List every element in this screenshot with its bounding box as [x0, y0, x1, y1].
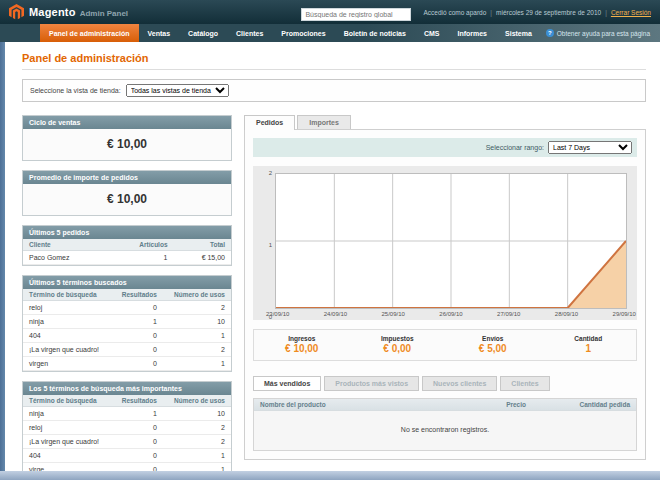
tab-pedidos[interactable]: Pedidos: [244, 115, 295, 130]
average-orders-value: € 10,00: [23, 184, 231, 215]
y-tick-label: 2: [269, 170, 272, 176]
stat-cell: Ingresos€ 10,00: [254, 335, 350, 354]
table-row[interactable]: 40401: [23, 329, 231, 343]
y-tick-label: 1: [269, 242, 272, 248]
stat-cell: Impuestos€ 0,00: [350, 335, 446, 354]
box-title: Los 5 términos de búsqueda más important…: [23, 382, 231, 395]
top-search-terms-table: Término de búsquedaResultadosNúmero de u…: [23, 395, 231, 477]
stat-value: € 10,00: [254, 343, 350, 354]
help-link[interactable]: ? Obtener ayuda para esta página: [546, 24, 660, 42]
global-search: [301, 3, 411, 21]
nav-item[interactable]: Panel de administración: [40, 24, 139, 42]
logout-link[interactable]: Cerrar Sesión: [611, 9, 651, 16]
bottom-tabs: Más vendidosProductos más vistosNuevos c…: [253, 376, 637, 391]
store-view-select[interactable]: Todas las vistas de tienda: [126, 84, 229, 97]
lifetime-sales-value: € 10,00: [23, 129, 231, 160]
nav-item[interactable]: Informes: [448, 24, 496, 42]
tab-productos-más-vistos[interactable]: Productos más vistos: [324, 376, 419, 391]
nav-item[interactable]: Promociones: [272, 24, 334, 42]
stat-value: € 5,00: [445, 343, 541, 354]
nav-item[interactable]: Boletín de noticias: [335, 24, 415, 42]
chart-plot-area: [275, 173, 627, 309]
x-tick-label: 26/09/10: [439, 311, 462, 317]
range-label: Seleccionar rango:: [486, 144, 544, 151]
stat-label: Cantidad: [541, 335, 637, 342]
column-header: Cliente: [23, 239, 108, 251]
logged-in-as: Accedió como apardo: [423, 9, 486, 16]
nav-item[interactable]: CMS: [415, 24, 449, 42]
table-row[interactable]: ninja110: [23, 407, 231, 421]
stat-label: Ingresos: [254, 335, 350, 342]
tab-clientes[interactable]: Clientes: [500, 376, 549, 391]
stat-label: Envíos: [445, 335, 541, 342]
box-title: Últimos 5 pedidos: [23, 226, 231, 239]
column-header: Número de usos: [163, 395, 231, 407]
column-header: Total: [174, 239, 231, 251]
empty-records-message: No se encontraron registros.: [254, 411, 636, 450]
column-header: Resultados: [112, 289, 163, 301]
window-bottom-edge: [0, 471, 660, 480]
global-search-input[interactable]: [301, 8, 411, 21]
column-header: Número de usos: [163, 289, 231, 301]
nav-items: Panel de administraciónVentasCatálogoCli…: [40, 24, 541, 42]
nav-item[interactable]: Ventas: [139, 24, 180, 42]
store-view-label: Seleccione la vista de tienda:: [30, 87, 121, 94]
nav-item[interactable]: Sistema: [496, 24, 541, 42]
table-row[interactable]: 40401: [23, 449, 231, 463]
stat-label: Impuestos: [350, 335, 446, 342]
tab-más-vendidos[interactable]: Más vendidos: [253, 376, 321, 391]
logo-subtext: Admin Panel: [80, 9, 128, 18]
stat-value: € 0,00: [350, 343, 446, 354]
dashboard-panel: PedidosImportes Seleccionar rango: Last …: [244, 115, 646, 460]
help-label: Obtener ayuda para esta página: [557, 30, 650, 37]
orders-chart: 210 23/09/1024/09/1025/09/1026/09/1027/0…: [253, 166, 637, 320]
box-title: Últimos 5 términos buscados: [23, 276, 231, 289]
page-title: Panel de administración: [22, 52, 646, 64]
chart-y-axis-labels: 210: [260, 170, 272, 320]
store-view-selector: Seleccione la vista de tienda: Todas las…: [22, 79, 646, 102]
table-row[interactable]: reloj02: [23, 421, 231, 435]
main-nav-bar: Panel de administraciónVentasCatálogoCli…: [0, 24, 660, 42]
tab-nuevos-clientes[interactable]: Nuevos clientes: [422, 376, 497, 391]
table-row[interactable]: ¡La virgen que cuadro!02: [23, 343, 231, 357]
last-search-terms-box: Últimos 5 términos buscados Término de b…: [22, 275, 232, 372]
column-header: Precio: [444, 399, 532, 411]
x-tick-label: 25/09/10: [382, 311, 405, 317]
header-links: Accedió como apardo | miércoles 29 de se…: [423, 9, 651, 16]
column-header: Término de búsqueda: [23, 289, 112, 301]
column-header: Artículos: [108, 239, 173, 251]
page-content: Panel de administración Seleccione la vi…: [0, 42, 660, 478]
table-row[interactable]: virgen01: [23, 357, 231, 371]
last-orders-box: Últimos 5 pedidos ClienteArtículosTotalP…: [22, 225, 232, 266]
range-bar: Seleccionar rango: Last 7 Days: [253, 138, 637, 157]
x-tick-label: 27/09/10: [497, 311, 520, 317]
table-row[interactable]: Paco Gomez1€ 15,00: [23, 251, 231, 265]
column-header: Nombre del producto: [254, 399, 444, 411]
table-row[interactable]: ninja110: [23, 315, 231, 329]
x-tick-label: 23/09/10: [266, 311, 289, 317]
window-left-edge: [0, 42, 5, 472]
nav-item[interactable]: Catálogo: [179, 24, 227, 42]
box-title: Promedio de importe de pedidos: [23, 171, 231, 184]
lifetime-sales-box: Ciclo de ventas € 10,00: [22, 115, 232, 161]
title-divider: [22, 69, 646, 70]
logo-text: Magento: [29, 6, 76, 18]
range-select[interactable]: Last 7 Days: [548, 141, 632, 154]
table-row[interactable]: ¡La virgen que cuadro!02: [23, 435, 231, 449]
nav-item[interactable]: Clientes: [227, 24, 272, 42]
stat-cell: Cantidad1: [541, 335, 637, 354]
magento-logo-icon: [9, 4, 24, 20]
box-title: Ciclo de ventas: [23, 116, 231, 129]
tab-importes[interactable]: Importes: [297, 115, 351, 129]
column-header: Resultados: [112, 395, 163, 407]
stat-cell: Envíos€ 5,00: [445, 335, 541, 354]
header-date: miércoles 29 de septiembre de 2010: [496, 9, 601, 16]
left-column: Ciclo de ventas € 10,00 Promedio de impo…: [22, 115, 232, 478]
last-search-terms-table: Término de búsquedaResultadosNúmero de u…: [23, 289, 231, 371]
table-row[interactable]: reloj02: [23, 301, 231, 315]
average-orders-box: Promedio de importe de pedidos € 10,00: [22, 170, 232, 216]
separator: |: [605, 9, 607, 16]
products-table: Nombre del productoPrecioCantidad pedida: [254, 399, 636, 411]
x-tick-label: 24/09/10: [324, 311, 347, 317]
help-icon: ?: [546, 29, 554, 37]
